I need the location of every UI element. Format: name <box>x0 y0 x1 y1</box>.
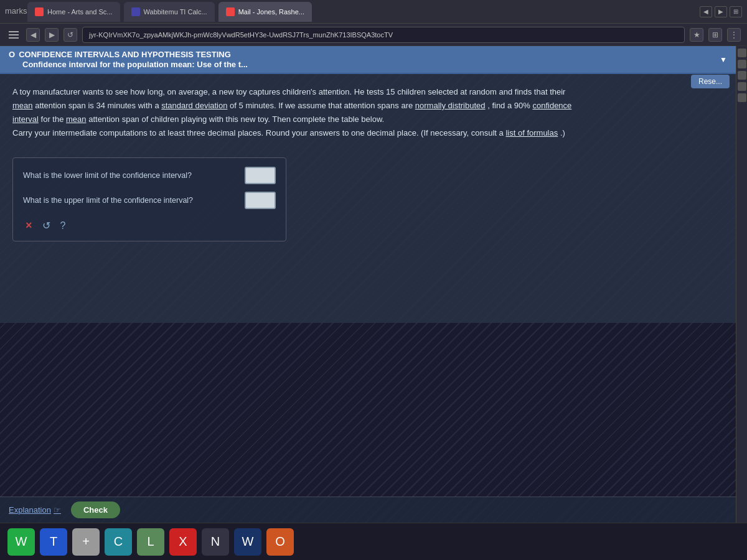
tab-nav-left[interactable]: ◀ <box>700 6 712 17</box>
interval-link[interactable]: interval <box>12 114 39 124</box>
problem-line2: mean attention span is 34 minutes with a… <box>12 99 723 113</box>
lower-limit-label: What is the lower limit of the confidenc… <box>23 171 238 180</box>
help-button[interactable]: ? <box>60 220 66 231</box>
sidebar-icon-5[interactable] <box>738 93 746 102</box>
tab-wabbitemu-label: Wabbitemu TI Calc... <box>144 8 207 16</box>
taskbar: W T + C L X N W O <box>0 523 747 560</box>
section-header: O CONFIDENCE INTERVALS AND HYPOTHESIS TE… <box>0 46 736 74</box>
tab-wabbitemu-icon <box>131 7 140 16</box>
sidebar-icon-4[interactable] <box>738 82 746 91</box>
extensions-icon[interactable]: ⊞ <box>708 28 722 42</box>
main-content: O CONFIDENCE INTERVALS AND HYPOTHESIS TE… <box>0 46 736 523</box>
section-icon: O <box>9 50 15 59</box>
taskbar-btn-c[interactable]: C <box>105 528 132 556</box>
bookmark-icon[interactable]: ★ <box>690 28 703 42</box>
tab-nav-controls: ◀ ▶ ⊞ <box>700 6 742 17</box>
confidence-link[interactable]: confidence <box>532 101 571 110</box>
problem-text: A toy manufacturer wants to see how long… <box>12 85 723 140</box>
mean-link2[interactable]: mean <box>66 114 87 124</box>
lower-limit-row: What is the lower limit of the confidenc… <box>23 167 276 184</box>
settings-icon[interactable]: ⋮ <box>727 28 741 42</box>
explanation-link[interactable]: Explanation ☞ <box>9 505 61 515</box>
sidebar-right <box>736 46 747 560</box>
section-header-line1: CONFIDENCE INTERVALS AND HYPOTHESIS TEST… <box>19 50 231 59</box>
browser-tab-bar: Home - Arts and Sc... Wabbitemu TI Calc.… <box>0 0 747 24</box>
normally-dist-link[interactable]: normally distributed <box>415 101 486 110</box>
tab-wabbitemu[interactable]: Wabbitemu TI Calc... <box>124 2 215 22</box>
tab-nav-grid[interactable]: ⊞ <box>730 6 742 17</box>
undo-button[interactable]: ↺ <box>42 220 50 231</box>
nav-refresh[interactable]: ↺ <box>63 28 77 42</box>
std-dev-link[interactable]: standard deviation <box>161 101 227 110</box>
input-section: What is the lower limit of the confidenc… <box>12 157 286 241</box>
sidebar-icon-2[interactable] <box>738 60 746 68</box>
mean-text: mean <box>12 101 33 110</box>
tab-home[interactable]: Home - Arts and Sc... <box>27 2 120 22</box>
taskbar-btn-x[interactable]: X <box>169 528 197 556</box>
cursor-icon: ☞ <box>54 505 61 515</box>
taskbar-btn-w1[interactable]: W <box>7 528 35 556</box>
hamburger-menu[interactable] <box>6 29 21 41</box>
section-header-line2: Confidence interval for the population m… <box>9 60 248 69</box>
content-panel: A toy manufacturer wants to see how long… <box>0 74 736 323</box>
lower-limit-input[interactable] <box>245 167 276 184</box>
clear-button[interactable]: × <box>26 219 32 232</box>
reset-button[interactable]: Rese... <box>691 75 730 88</box>
taskbar-btn-n[interactable]: N <box>202 528 229 556</box>
explanation-label: Explanation <box>9 505 51 515</box>
check-button[interactable]: Check <box>71 502 120 518</box>
formulas-link[interactable]: list of formulas <box>505 128 558 138</box>
address-bar-row: ◀ ▶ ↺ jyr-KQIrVmXK7o_zpyaAMkjWKJh-pmWc8l… <box>0 24 747 46</box>
nav-back[interactable]: ◀ <box>26 28 40 42</box>
url-text: jyr-KQIrVmXK7o_zpyaAMkjWKJh-pmWc8lyVwdR5… <box>89 31 393 39</box>
chevron-down-icon[interactable]: ▼ <box>720 55 727 64</box>
taskbar-btn-l[interactable]: L <box>137 528 164 556</box>
problem-line4: Carry your intermediate computations to … <box>12 126 723 140</box>
tab-home-label: Home - Arts and Sc... <box>47 8 113 16</box>
upper-limit-label: What is the upper limit of the confidenc… <box>23 196 238 205</box>
sidebar-icon-3[interactable] <box>738 71 746 80</box>
taskbar-btn-w2[interactable]: W <box>234 528 261 556</box>
problem-line3: interval for the mean attention span of … <box>12 113 723 126</box>
bottom-bar: Explanation ☞ Check <box>0 497 736 523</box>
tab-mail[interactable]: Mail - Jones, Rashe... <box>218 2 312 22</box>
marks-label: marks <box>0 0 32 22</box>
problem-line1: A toy manufacturer wants to see how long… <box>12 85 723 99</box>
tab-mail-label: Mail - Jones, Rashe... <box>238 8 304 16</box>
taskbar-btn-plus[interactable]: + <box>72 528 100 556</box>
action-buttons: × ↺ ? <box>23 219 276 232</box>
nav-forward[interactable]: ▶ <box>45 28 59 42</box>
upper-limit-input[interactable] <box>245 192 276 209</box>
taskbar-btn-o[interactable]: O <box>266 528 294 556</box>
address-bar[interactable]: jyr-KQIrVmXK7o_zpyaAMkjWKJh-pmWc8lyVwdR5… <box>82 27 685 43</box>
taskbar-btn-t[interactable]: T <box>40 528 67 556</box>
tab-home-icon <box>35 7 44 16</box>
upper-limit-row: What is the upper limit of the confidenc… <box>23 192 276 209</box>
tab-nav-right[interactable]: ▶ <box>715 6 727 17</box>
sidebar-icon-1[interactable] <box>738 49 746 57</box>
tab-mail-icon <box>226 7 235 16</box>
